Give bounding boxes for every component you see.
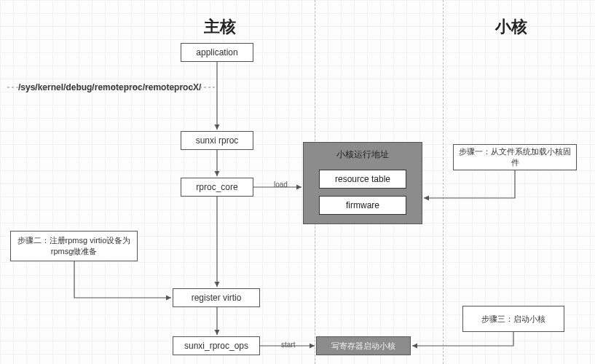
- memory-region-title: 小核运行地址: [336, 149, 389, 161]
- heading-main: 主核: [204, 16, 236, 38]
- node-rproc-core: rproc_core: [181, 178, 253, 197]
- firmware-box: firmware: [319, 196, 406, 215]
- heading-minor: 小核: [495, 16, 527, 38]
- resource-table-box: resource table: [319, 170, 406, 189]
- node-register-virtio: register virtio: [173, 288, 260, 307]
- node-sunxi-rproc: sunxi rproc: [181, 131, 253, 150]
- edge-label-load: load: [274, 181, 288, 189]
- node-sunxi-rproc-ops: sunxi_rproc_ops: [173, 336, 260, 355]
- edge-label-start: start: [281, 341, 295, 349]
- start-register-box: 写寄存器启动小核: [316, 336, 411, 355]
- step2-annotation: 步骤二：注册rpmsg virtio设备为rpmsg做准备: [10, 231, 138, 261]
- step1-annotation: 步骤一：从文件系统加载小核固件: [453, 144, 577, 170]
- step3-annotation: 步骤三：启动小核: [462, 306, 564, 332]
- memory-region: 小核运行地址 resource table firmware: [303, 142, 422, 224]
- node-application: application: [181, 43, 253, 62]
- debugfs-path: /sys/kernel/debug/remoteproc/remoteprocX…: [18, 82, 201, 92]
